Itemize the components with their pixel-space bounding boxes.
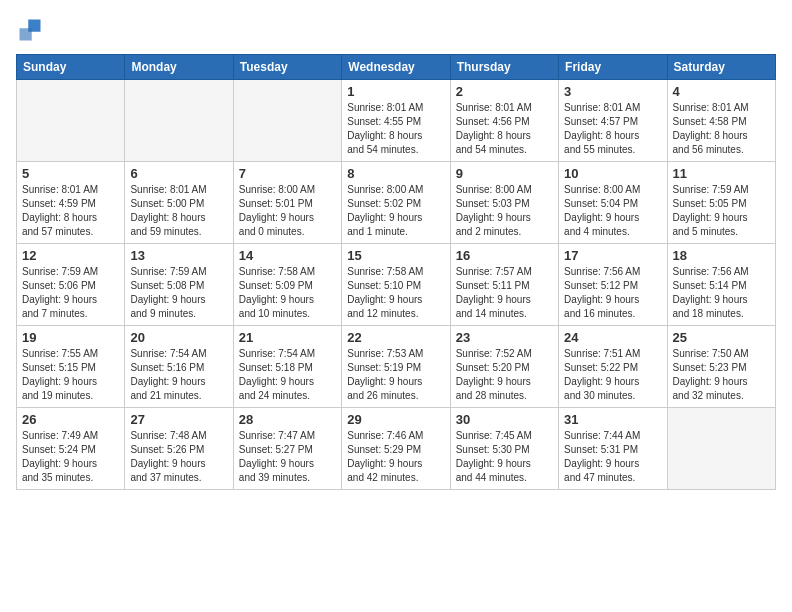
day-info: Sunrise: 7:58 AM Sunset: 5:10 PM Dayligh… — [347, 265, 444, 321]
day-info: Sunrise: 7:59 AM Sunset: 5:06 PM Dayligh… — [22, 265, 119, 321]
calendar-cell: 23Sunrise: 7:52 AM Sunset: 5:20 PM Dayli… — [450, 326, 558, 408]
calendar-cell: 5Sunrise: 8:01 AM Sunset: 4:59 PM Daylig… — [17, 162, 125, 244]
calendar-cell: 13Sunrise: 7:59 AM Sunset: 5:08 PM Dayli… — [125, 244, 233, 326]
calendar-cell: 30Sunrise: 7:45 AM Sunset: 5:30 PM Dayli… — [450, 408, 558, 490]
day-info: Sunrise: 8:01 AM Sunset: 5:00 PM Dayligh… — [130, 183, 227, 239]
week-row-5: 26Sunrise: 7:49 AM Sunset: 5:24 PM Dayli… — [17, 408, 776, 490]
weekday-header-row: SundayMondayTuesdayWednesdayThursdayFrid… — [17, 55, 776, 80]
day-number: 9 — [456, 166, 553, 181]
day-info: Sunrise: 8:01 AM Sunset: 4:56 PM Dayligh… — [456, 101, 553, 157]
calendar-cell: 20Sunrise: 7:54 AM Sunset: 5:16 PM Dayli… — [125, 326, 233, 408]
calendar-cell: 17Sunrise: 7:56 AM Sunset: 5:12 PM Dayli… — [559, 244, 667, 326]
day-info: Sunrise: 7:52 AM Sunset: 5:20 PM Dayligh… — [456, 347, 553, 403]
calendar-cell — [17, 80, 125, 162]
day-number: 19 — [22, 330, 119, 345]
svg-marker-1 — [20, 28, 32, 40]
calendar-cell — [233, 80, 341, 162]
weekday-header-friday: Friday — [559, 55, 667, 80]
calendar-cell: 29Sunrise: 7:46 AM Sunset: 5:29 PM Dayli… — [342, 408, 450, 490]
day-info: Sunrise: 8:00 AM Sunset: 5:04 PM Dayligh… — [564, 183, 661, 239]
day-number: 15 — [347, 248, 444, 263]
day-number: 16 — [456, 248, 553, 263]
day-info: Sunrise: 8:00 AM Sunset: 5:02 PM Dayligh… — [347, 183, 444, 239]
day-info: Sunrise: 7:48 AM Sunset: 5:26 PM Dayligh… — [130, 429, 227, 485]
weekday-header-sunday: Sunday — [17, 55, 125, 80]
calendar-cell: 3Sunrise: 8:01 AM Sunset: 4:57 PM Daylig… — [559, 80, 667, 162]
calendar-cell: 14Sunrise: 7:58 AM Sunset: 5:09 PM Dayli… — [233, 244, 341, 326]
logo-icon — [16, 16, 44, 44]
week-row-4: 19Sunrise: 7:55 AM Sunset: 5:15 PM Dayli… — [17, 326, 776, 408]
day-info: Sunrise: 8:00 AM Sunset: 5:03 PM Dayligh… — [456, 183, 553, 239]
day-info: Sunrise: 7:59 AM Sunset: 5:08 PM Dayligh… — [130, 265, 227, 321]
day-info: Sunrise: 7:49 AM Sunset: 5:24 PM Dayligh… — [22, 429, 119, 485]
calendar-cell: 25Sunrise: 7:50 AM Sunset: 5:23 PM Dayli… — [667, 326, 775, 408]
day-info: Sunrise: 8:01 AM Sunset: 4:59 PM Dayligh… — [22, 183, 119, 239]
day-number: 6 — [130, 166, 227, 181]
day-number: 13 — [130, 248, 227, 263]
calendar-cell — [667, 408, 775, 490]
day-info: Sunrise: 7:58 AM Sunset: 5:09 PM Dayligh… — [239, 265, 336, 321]
calendar-cell: 7Sunrise: 8:00 AM Sunset: 5:01 PM Daylig… — [233, 162, 341, 244]
calendar-cell: 16Sunrise: 7:57 AM Sunset: 5:11 PM Dayli… — [450, 244, 558, 326]
day-info: Sunrise: 8:01 AM Sunset: 4:55 PM Dayligh… — [347, 101, 444, 157]
day-number: 17 — [564, 248, 661, 263]
day-info: Sunrise: 7:53 AM Sunset: 5:19 PM Dayligh… — [347, 347, 444, 403]
day-number: 24 — [564, 330, 661, 345]
day-number: 7 — [239, 166, 336, 181]
calendar-cell: 22Sunrise: 7:53 AM Sunset: 5:19 PM Dayli… — [342, 326, 450, 408]
day-number: 18 — [673, 248, 770, 263]
calendar-cell: 27Sunrise: 7:48 AM Sunset: 5:26 PM Dayli… — [125, 408, 233, 490]
weekday-header-monday: Monday — [125, 55, 233, 80]
weekday-header-thursday: Thursday — [450, 55, 558, 80]
day-number: 30 — [456, 412, 553, 427]
day-number: 23 — [456, 330, 553, 345]
calendar-cell: 9Sunrise: 8:00 AM Sunset: 5:03 PM Daylig… — [450, 162, 558, 244]
header — [16, 16, 776, 44]
calendar-cell: 8Sunrise: 8:00 AM Sunset: 5:02 PM Daylig… — [342, 162, 450, 244]
day-number: 1 — [347, 84, 444, 99]
calendar-cell: 2Sunrise: 8:01 AM Sunset: 4:56 PM Daylig… — [450, 80, 558, 162]
calendar-cell: 12Sunrise: 7:59 AM Sunset: 5:06 PM Dayli… — [17, 244, 125, 326]
day-number: 8 — [347, 166, 444, 181]
day-info: Sunrise: 8:01 AM Sunset: 4:57 PM Dayligh… — [564, 101, 661, 157]
day-number: 31 — [564, 412, 661, 427]
page: SundayMondayTuesdayWednesdayThursdayFrid… — [0, 0, 792, 612]
day-number: 26 — [22, 412, 119, 427]
day-info: Sunrise: 7:45 AM Sunset: 5:30 PM Dayligh… — [456, 429, 553, 485]
day-info: Sunrise: 7:51 AM Sunset: 5:22 PM Dayligh… — [564, 347, 661, 403]
calendar-cell: 15Sunrise: 7:58 AM Sunset: 5:10 PM Dayli… — [342, 244, 450, 326]
calendar-cell: 1Sunrise: 8:01 AM Sunset: 4:55 PM Daylig… — [342, 80, 450, 162]
day-number: 25 — [673, 330, 770, 345]
day-info: Sunrise: 8:00 AM Sunset: 5:01 PM Dayligh… — [239, 183, 336, 239]
day-info: Sunrise: 7:54 AM Sunset: 5:16 PM Dayligh… — [130, 347, 227, 403]
day-info: Sunrise: 7:57 AM Sunset: 5:11 PM Dayligh… — [456, 265, 553, 321]
calendar-cell: 21Sunrise: 7:54 AM Sunset: 5:18 PM Dayli… — [233, 326, 341, 408]
day-number: 4 — [673, 84, 770, 99]
calendar-cell: 18Sunrise: 7:56 AM Sunset: 5:14 PM Dayli… — [667, 244, 775, 326]
day-info: Sunrise: 7:55 AM Sunset: 5:15 PM Dayligh… — [22, 347, 119, 403]
day-info: Sunrise: 7:47 AM Sunset: 5:27 PM Dayligh… — [239, 429, 336, 485]
calendar-cell: 6Sunrise: 8:01 AM Sunset: 5:00 PM Daylig… — [125, 162, 233, 244]
day-number: 3 — [564, 84, 661, 99]
day-info: Sunrise: 7:59 AM Sunset: 5:05 PM Dayligh… — [673, 183, 770, 239]
logo — [16, 16, 48, 44]
day-number: 20 — [130, 330, 227, 345]
day-info: Sunrise: 8:01 AM Sunset: 4:58 PM Dayligh… — [673, 101, 770, 157]
calendar-cell: 28Sunrise: 7:47 AM Sunset: 5:27 PM Dayli… — [233, 408, 341, 490]
day-info: Sunrise: 7:56 AM Sunset: 5:12 PM Dayligh… — [564, 265, 661, 321]
calendar-cell: 31Sunrise: 7:44 AM Sunset: 5:31 PM Dayli… — [559, 408, 667, 490]
week-row-2: 5Sunrise: 8:01 AM Sunset: 4:59 PM Daylig… — [17, 162, 776, 244]
weekday-header-wednesday: Wednesday — [342, 55, 450, 80]
day-number: 11 — [673, 166, 770, 181]
day-number: 2 — [456, 84, 553, 99]
calendar-cell: 19Sunrise: 7:55 AM Sunset: 5:15 PM Dayli… — [17, 326, 125, 408]
day-info: Sunrise: 7:50 AM Sunset: 5:23 PM Dayligh… — [673, 347, 770, 403]
calendar-cell — [125, 80, 233, 162]
calendar-table: SundayMondayTuesdayWednesdayThursdayFrid… — [16, 54, 776, 490]
week-row-1: 1Sunrise: 8:01 AM Sunset: 4:55 PM Daylig… — [17, 80, 776, 162]
day-info: Sunrise: 7:44 AM Sunset: 5:31 PM Dayligh… — [564, 429, 661, 485]
day-number: 10 — [564, 166, 661, 181]
day-number: 28 — [239, 412, 336, 427]
day-info: Sunrise: 7:56 AM Sunset: 5:14 PM Dayligh… — [673, 265, 770, 321]
calendar-cell: 24Sunrise: 7:51 AM Sunset: 5:22 PM Dayli… — [559, 326, 667, 408]
